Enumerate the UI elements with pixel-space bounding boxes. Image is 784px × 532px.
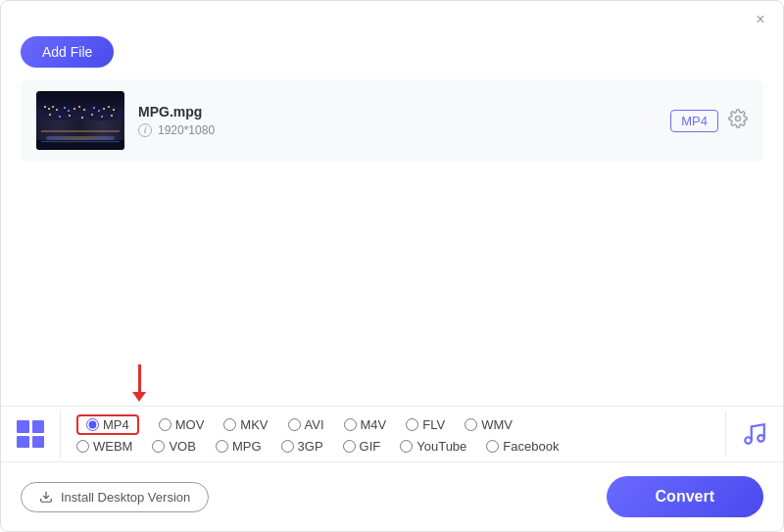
format-row-2: WEBM VOB MPG 3GP bbox=[76, 439, 710, 454]
mkv-label[interactable]: MKV bbox=[240, 417, 268, 432]
flv-option: FLV bbox=[406, 417, 445, 432]
vob-label[interactable]: VOB bbox=[169, 439, 195, 454]
arrow-indicator bbox=[132, 364, 146, 402]
webm-label[interactable]: WEBM bbox=[93, 439, 132, 454]
app-window: × Add File MPG.mpg i 1920*1080 bbox=[0, 0, 784, 532]
music-icon-section[interactable] bbox=[725, 411, 783, 457]
avi-radio[interactable] bbox=[288, 418, 301, 431]
mov-radio[interactable] bbox=[159, 418, 172, 431]
arrow-shaft bbox=[138, 364, 141, 392]
middle-space bbox=[1, 162, 783, 406]
download-icon bbox=[39, 490, 53, 504]
wmv-label[interactable]: WMV bbox=[481, 417, 513, 432]
vob-option: VOB bbox=[152, 439, 195, 454]
avi-label[interactable]: AVI bbox=[305, 417, 324, 432]
mpg-option: MPG bbox=[216, 439, 262, 454]
footer: Install Desktop Version Convert bbox=[1, 462, 783, 531]
format-section-wrapper: MP4 MOV MKV AVI bbox=[1, 406, 783, 462]
youtube-option: YouTube bbox=[400, 439, 466, 454]
header: Add File bbox=[1, 32, 783, 79]
svg-point-2 bbox=[758, 435, 764, 442]
m4v-label[interactable]: M4V bbox=[361, 417, 387, 432]
m4v-radio[interactable] bbox=[344, 418, 357, 431]
mp4-radio[interactable] bbox=[86, 418, 99, 431]
file-resolution: 1920*1080 bbox=[158, 123, 215, 137]
svg-point-1 bbox=[745, 437, 752, 444]
mkv-option: MKV bbox=[223, 417, 268, 432]
install-desktop-button[interactable]: Install Desktop Version bbox=[21, 482, 209, 512]
file-thumbnail bbox=[36, 91, 124, 150]
3gp-label[interactable]: 3GP bbox=[298, 439, 323, 454]
gif-option: GIF bbox=[343, 439, 381, 454]
mov-option: MOV bbox=[159, 417, 205, 432]
wmv-radio[interactable] bbox=[465, 418, 477, 431]
facebook-radio[interactable] bbox=[486, 440, 499, 453]
facebook-option: Facebook bbox=[486, 439, 559, 454]
3gp-option: 3GP bbox=[281, 439, 323, 454]
vob-radio[interactable] bbox=[152, 440, 165, 453]
file-name: MPG.mpg bbox=[138, 104, 657, 120]
wmv-option: WMV bbox=[465, 417, 513, 432]
m4v-option: M4V bbox=[344, 417, 387, 432]
thumbnail-image bbox=[36, 91, 124, 150]
format-selector: MP4 MOV MKV AVI bbox=[1, 406, 783, 462]
file-list: MPG.mpg i 1920*1080 MP4 bbox=[21, 79, 763, 162]
youtube-label[interactable]: YouTube bbox=[416, 439, 466, 454]
avi-option: AVI bbox=[288, 417, 324, 432]
svg-point-0 bbox=[736, 116, 741, 121]
webm-option: WEBM bbox=[76, 439, 132, 454]
grid-icon bbox=[17, 420, 44, 448]
close-button[interactable]: × bbox=[752, 11, 769, 28]
file-meta: i 1920*1080 bbox=[138, 123, 657, 137]
mpg-radio[interactable] bbox=[216, 440, 228, 453]
info-icon: i bbox=[138, 123, 152, 137]
mpg-label[interactable]: MPG bbox=[232, 439, 262, 454]
settings-icon[interactable] bbox=[728, 109, 748, 133]
gif-label[interactable]: GIF bbox=[360, 439, 381, 454]
mp4-highlight-box: MP4 bbox=[76, 414, 139, 435]
flv-radio[interactable] bbox=[406, 418, 418, 431]
format-options: MP4 MOV MKV AVI bbox=[61, 407, 725, 461]
youtube-radio[interactable] bbox=[400, 440, 413, 453]
title-bar: × bbox=[1, 1, 783, 32]
flv-label[interactable]: FLV bbox=[422, 417, 445, 432]
install-label: Install Desktop Version bbox=[61, 490, 190, 505]
convert-button[interactable]: Convert bbox=[607, 476, 763, 517]
webm-radio[interactable] bbox=[76, 440, 89, 453]
video-icon-section[interactable] bbox=[1, 411, 61, 458]
facebook-label[interactable]: Facebook bbox=[503, 439, 559, 454]
mp4-label[interactable]: MP4 bbox=[103, 417, 129, 432]
file-info: MPG.mpg i 1920*1080 bbox=[138, 104, 657, 137]
mov-label[interactable]: MOV bbox=[175, 417, 205, 432]
gif-radio[interactable] bbox=[343, 440, 356, 453]
mkv-radio[interactable] bbox=[223, 418, 236, 431]
format-row-1: MP4 MOV MKV AVI bbox=[76, 414, 710, 435]
add-file-button[interactable]: Add File bbox=[21, 36, 114, 68]
mp4-option-wrapper: MP4 bbox=[76, 414, 139, 435]
3gp-radio[interactable] bbox=[281, 440, 294, 453]
file-actions: MP4 bbox=[670, 109, 748, 133]
arrow-head bbox=[132, 392, 146, 402]
format-badge[interactable]: MP4 bbox=[670, 110, 718, 132]
